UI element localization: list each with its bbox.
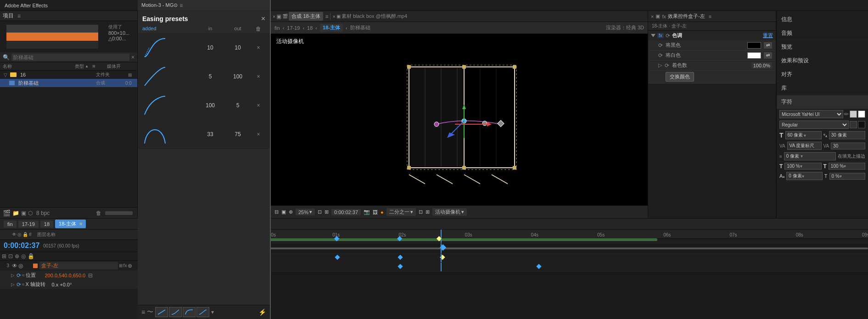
- trash-icon[interactable]: 🗑: [96, 210, 101, 216]
- nav-prev-4[interactable]: ‹: [346, 25, 347, 31]
- fx-expand-icon[interactable]: [651, 34, 655, 37]
- breadcrumb-fin[interactable]: fin: [274, 25, 280, 31]
- breadcrumb-17-19[interactable]: 17-19: [287, 25, 300, 31]
- black-swap-btn[interactable]: ⇄: [764, 42, 772, 49]
- layer-3-3d[interactable]: ⊕: [128, 263, 132, 269]
- lock-all-icon[interactable]: 🔒: [28, 253, 34, 259]
- row-expand3[interactable]: ▷: [658, 62, 662, 68]
- timeline-tab-17-19[interactable]: 17-19: [18, 220, 39, 228]
- col-trash[interactable]: 🗑: [252, 26, 265, 32]
- nav-prev-2[interactable]: ‹: [302, 25, 304, 31]
- effect-close[interactable]: ×: [651, 14, 654, 19]
- font-tracking-control[interactable]: 30 像素: [829, 131, 865, 139]
- breadcrumb-18-main[interactable]: 18-主体: [320, 24, 343, 32]
- row-stopwatch[interactable]: ⟳: [658, 42, 663, 49]
- preset-delete-1[interactable]: ×: [252, 73, 265, 80]
- font-size-control[interactable]: 60 像素 ▾: [785, 131, 822, 139]
- adjustment-icon[interactable]: ⊕: [15, 253, 19, 259]
- nav-prev-1[interactable]: ‹: [283, 25, 285, 31]
- comp-mode-icon[interactable]: ⊞: [2, 253, 6, 259]
- stroke-control[interactable]: 0 像素 ▾: [784, 152, 836, 160]
- snapshot-icon[interactable]: 📷: [364, 209, 370, 215]
- prop-pos-link[interactable]: ⊟: [88, 272, 93, 279]
- viewer-icon3[interactable]: ⊞: [426, 209, 430, 215]
- section-effects-presets[interactable]: 效果和预设: [777, 54, 868, 68]
- prop-pos-value[interactable]: 200.0,540.0,650.0: [45, 273, 86, 278]
- row-stopwatch2[interactable]: ⟳: [658, 52, 663, 59]
- interpret-icon[interactable]: 🎬: [3, 209, 11, 217]
- layer-3-color-badge[interactable]: [33, 264, 38, 268]
- font-color-swatch[interactable]: [850, 110, 857, 118]
- effect-menu[interactable]: ≡: [709, 14, 711, 19]
- stroke-dropdown[interactable]: ▾: [801, 154, 803, 159]
- preset-row-3[interactable]: 33 75 ×: [138, 120, 270, 149]
- layer-3-name[interactable]: 盒子-左: [39, 262, 118, 270]
- search-input[interactable]: [11, 54, 129, 61]
- prop-expand[interactable]: ▷: [11, 273, 16, 278]
- prop-rot-value[interactable]: 0.x +0.0°: [52, 282, 72, 287]
- easing-close[interactable]: ×: [261, 15, 265, 23]
- layer-3-bar[interactable]: [266, 248, 868, 249]
- comp-tab-menu[interactable]: ≡: [325, 13, 328, 20]
- null-icon[interactable]: ⊡: [8, 253, 13, 259]
- timeline-tab-18[interactable]: 18: [40, 220, 53, 228]
- preview-icon[interactable]: ▣: [281, 209, 286, 215]
- work-area-bar[interactable]: [266, 238, 657, 241]
- nav-prev-3[interactable]: ‹: [315, 25, 317, 31]
- new-comp-icon[interactable]: ▣: [21, 210, 26, 216]
- resolution-control[interactable]: 二分之一 ▾: [386, 208, 416, 216]
- prop-rot-stopwatch[interactable]: ⟳: [17, 281, 21, 288]
- font-size-dropdown[interactable]: ▾: [804, 133, 806, 138]
- tab-active-menu[interactable]: ≡: [79, 221, 82, 226]
- source-tab-label[interactable]: 素材 black box @惜枫醉.mp4: [342, 13, 407, 20]
- font-swatch4[interactable]: [858, 121, 865, 128]
- black-swatch[interactable]: [747, 42, 761, 49]
- font-family-select[interactable]: Microsoft YaHei UI: [779, 110, 843, 118]
- preset-delete-0[interactable]: ×: [252, 44, 265, 51]
- new-folder-icon[interactable]: 📁: [12, 210, 19, 216]
- section-audio[interactable]: 音频: [777, 27, 868, 40]
- rot-kf-1[interactable]: [398, 264, 403, 269]
- search-icon2[interactable]: ⬡: [28, 210, 33, 216]
- prop-rot-expand[interactable]: ▷: [11, 282, 16, 287]
- scale-v-control[interactable]: 100 % ▾: [829, 163, 865, 170]
- close-comp-tab[interactable]: ×: [273, 14, 275, 19]
- safe-zones-icon[interactable]: ⊕: [289, 209, 293, 215]
- fx-reset-icon[interactable]: ⟳: [666, 33, 670, 39]
- preset-row-1[interactable]: 5 100 ×: [138, 62, 270, 91]
- scale-h-control[interactable]: 100 % ▾: [784, 163, 821, 170]
- time-control[interactable]: 0:00:02:37: [331, 209, 361, 215]
- font-style-select[interactable]: Regular: [779, 121, 849, 129]
- resolution-icon[interactable]: ⊞: [325, 209, 329, 215]
- solo-icon[interactable]: ◎: [21, 253, 26, 259]
- layer-3-solo[interactable]: ◎: [18, 263, 23, 269]
- scrollbar[interactable]: [105, 211, 133, 215]
- section-char-header[interactable]: 字符: [777, 95, 868, 109]
- va-control[interactable]: VA 度量标尺: [787, 142, 822, 150]
- zoom-control[interactable]: 25% ▾: [296, 209, 315, 215]
- res-dropdown[interactable]: ▾: [410, 209, 413, 215]
- tree-item-folder[interactable]: ▽ 16 文件夹 ⊞: [0, 71, 137, 79]
- tint-value[interactable]: 100.0%: [751, 62, 772, 69]
- font-edit-icon[interactable]: ✏: [844, 111, 849, 117]
- playhead[interactable]: [441, 230, 442, 238]
- font-color-swatch2[interactable]: [858, 110, 865, 118]
- viewer-icon2[interactable]: ⊡: [419, 209, 423, 215]
- section-preview[interactable]: 预览: [777, 40, 868, 54]
- close-search-icon[interactable]: ×: [131, 54, 134, 60]
- section-align[interactable]: 对齐: [777, 68, 868, 82]
- show-snapshot-icon[interactable]: 🖼: [373, 209, 378, 215]
- tsz-control[interactable]: 0 % ▾: [829, 173, 865, 180]
- rot-kf-2[interactable]: [536, 264, 541, 269]
- camera-control[interactable]: 活动摄像机 ▾: [432, 208, 467, 216]
- section-info[interactable]: 信息: [777, 13, 868, 27]
- white-swap-btn[interactable]: ⇄: [764, 52, 772, 59]
- preset-delete-3[interactable]: ×: [252, 131, 265, 138]
- layer-3-eye[interactable]: 👁: [12, 263, 17, 269]
- color-picker-icon[interactable]: ●: [381, 209, 384, 215]
- timeline-tab-fin[interactable]: fin: [4, 220, 17, 228]
- camera-dropdown[interactable]: ▾: [461, 209, 464, 215]
- pos-kf-1[interactable]: [335, 254, 340, 259]
- comp-tab-label[interactable]: 合成 18-主体: [289, 12, 323, 21]
- preset-delete-2[interactable]: ×: [252, 102, 265, 109]
